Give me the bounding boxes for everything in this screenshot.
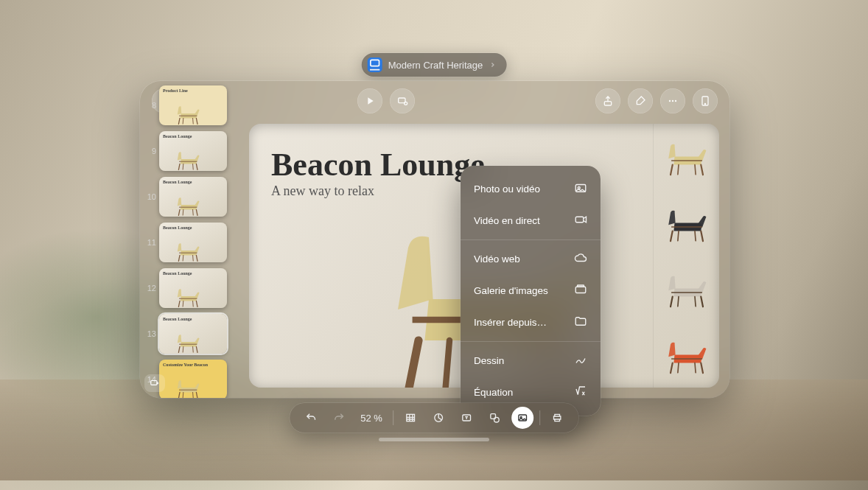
menu-item-camera[interactable]: Vidéo en direct bbox=[461, 205, 601, 237]
product-variant-strip bbox=[653, 124, 719, 388]
menu-item-gallery[interactable]: Galerie d'images bbox=[461, 275, 601, 307]
menu-item-label: Équation bbox=[474, 387, 513, 398]
scribble-icon bbox=[574, 353, 587, 368]
slide-number: 11 bbox=[144, 238, 156, 247]
svg-point-9 bbox=[704, 103, 705, 104]
camera-icon bbox=[574, 213, 587, 228]
menu-item-label: Photo ou vidéo bbox=[474, 183, 540, 195]
svg-point-20 bbox=[494, 417, 499, 422]
insert-shape-button[interactable] bbox=[483, 407, 505, 429]
app-icon bbox=[368, 57, 382, 72]
svg-rect-14 bbox=[575, 287, 586, 293]
slide-number: 12 bbox=[144, 284, 156, 293]
document-title: Modern Craft Heritage bbox=[388, 60, 483, 71]
menu-item-label: Vidéo web bbox=[474, 253, 520, 265]
slide-number: 9 bbox=[144, 147, 156, 155]
slide-number: 10 bbox=[144, 192, 156, 201]
insert-text-button[interactable] bbox=[455, 407, 477, 429]
svg-rect-4 bbox=[604, 102, 611, 105]
menu-item-folder[interactable]: Insérer depuis… bbox=[461, 307, 601, 338]
menu-item-label: Insérer depuis… bbox=[474, 317, 547, 328]
gallery-icon bbox=[574, 283, 587, 298]
more-button[interactable] bbox=[660, 88, 685, 113]
share-button[interactable] bbox=[595, 88, 620, 113]
svg-point-7 bbox=[675, 100, 676, 102]
redo-button[interactable] bbox=[328, 407, 350, 429]
menu-item-label: Galerie d'images bbox=[474, 285, 548, 296]
menu-item-label: Vidéo en direct bbox=[474, 215, 540, 226]
add-slide-button[interactable] bbox=[144, 374, 165, 392]
svg-rect-15 bbox=[578, 285, 584, 287]
present-environment-button[interactable] bbox=[546, 407, 568, 429]
menu-separator bbox=[461, 341, 601, 342]
format-brush-button[interactable] bbox=[628, 88, 653, 113]
slide-thumb-11[interactable]: 11Beacon Lounge bbox=[144, 223, 236, 262]
zoom-level[interactable]: 52 % bbox=[356, 413, 387, 424]
slide-number: 13 bbox=[144, 329, 156, 338]
insert-chart-button[interactable] bbox=[427, 407, 449, 429]
menu-item-cloud[interactable]: Vidéo web bbox=[461, 243, 601, 275]
document-settings-button[interactable] bbox=[693, 88, 718, 113]
slide-thumb-10[interactable]: 10Beacon Lounge bbox=[144, 177, 236, 217]
svg-point-5 bbox=[669, 100, 671, 102]
product-variant-1[interactable] bbox=[653, 190, 719, 256]
product-variant-0[interactable] bbox=[653, 124, 719, 190]
insert-table-button[interactable] bbox=[399, 407, 421, 429]
cloud-icon bbox=[574, 251, 587, 267]
product-variant-2[interactable] bbox=[653, 256, 719, 322]
product-variant-3[interactable] bbox=[653, 322, 719, 388]
undo-button[interactable] bbox=[300, 407, 322, 429]
folder-icon bbox=[574, 315, 587, 330]
menu-item-scribble[interactable]: Dessin bbox=[461, 345, 601, 377]
play-button[interactable] bbox=[357, 88, 382, 113]
rehearse-button[interactable] bbox=[390, 88, 415, 113]
menu-separator bbox=[461, 239, 601, 240]
svg-point-6 bbox=[672, 100, 673, 102]
svg-point-3 bbox=[405, 102, 407, 105]
menu-item-label: Dessin bbox=[474, 355, 504, 366]
slide-thumb-12[interactable]: 12Beacon Lounge bbox=[144, 268, 236, 308]
document-title-pill[interactable]: Modern Craft Heritage bbox=[362, 53, 507, 77]
equation-icon bbox=[574, 385, 587, 400]
slide-thumb-13[interactable]: 13Beacon Lounge bbox=[144, 314, 236, 354]
insert-media-button[interactable] bbox=[511, 407, 533, 429]
svg-rect-0 bbox=[371, 60, 379, 66]
slide-navigator[interactable]: 8Product Line 9Beacon Lounge 10Beacon Lo… bbox=[140, 81, 240, 398]
svg-rect-13 bbox=[575, 217, 584, 223]
insert-media-menu: Photo ou vidéoVidéo en directVidéo webGa… bbox=[461, 166, 601, 416]
editor-window: 8Product Line 9Beacon Lounge 10Beacon Lo… bbox=[140, 81, 729, 398]
svg-rect-10 bbox=[151, 381, 157, 385]
slide-thumb-8[interactable]: 8Product Line bbox=[144, 85, 236, 125]
chevron-right-icon bbox=[489, 60, 496, 71]
window-drag-handle[interactable] bbox=[379, 438, 489, 441]
slide-thumb-9[interactable]: 9Beacon Lounge bbox=[144, 131, 236, 171]
photo-icon bbox=[574, 181, 587, 197]
slide-number: 8 bbox=[144, 101, 156, 110]
menu-item-photo[interactable]: Photo ou vidéo bbox=[461, 173, 601, 205]
bottom-toolbar: 52 % bbox=[290, 403, 578, 433]
